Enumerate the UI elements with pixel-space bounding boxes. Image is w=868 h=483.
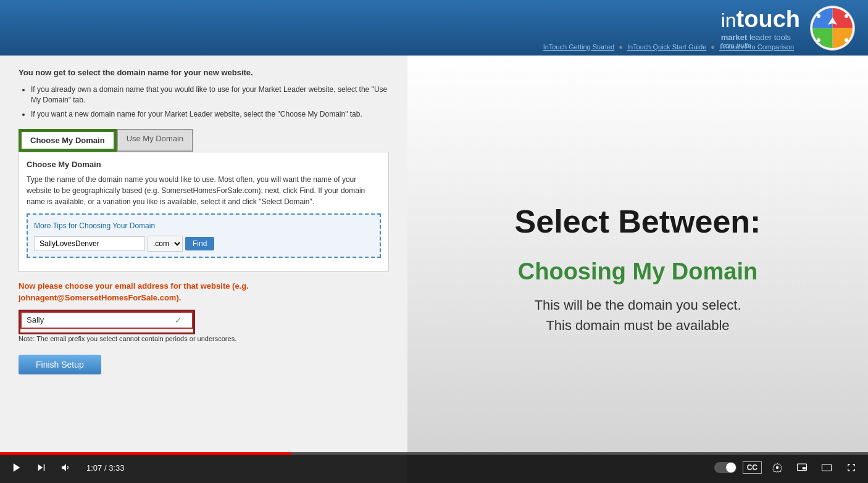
find-domain-button[interactable]: Find [185,237,214,250]
email-note: Note: The email prefix you select cannot… [19,334,389,344]
logo-in: in [721,9,737,31]
settings-icon [772,462,783,473]
play-icon [11,462,22,473]
progress-bar-container[interactable] [0,452,868,455]
video-container: You now get to select the domain name fo… [0,56,868,483]
tabs-container: Choose My Domain Use My Domain [19,129,389,152]
miniplayer-button[interactable] [793,460,811,476]
tab-choose-my-domain[interactable]: Choose My Domain [20,131,115,150]
volume-icon [61,462,72,473]
sep1: ● [619,43,623,51]
svg-point-4 [817,14,820,18]
theater-button[interactable] [817,460,836,476]
email-check-icon: ✓ [175,315,182,325]
circle-logo-icon [809,5,856,51]
settings-button[interactable] [768,460,787,476]
bullet-list: If you already own a domain name that yo… [31,85,389,119]
domain-panel: Choose My Domain Type the name of the do… [19,152,389,272]
getting-started-link[interactable]: InTouch Getting Started [543,43,615,51]
intro-text: You now get to select the domain name fo… [19,68,389,77]
svg-rect-11 [803,467,806,469]
email-prefix-input[interactable] [27,315,175,324]
header-links: InTouch Getting Started ● InTouch Quick … [543,43,794,51]
bullet-item-1: If you already own a domain name that yo… [31,85,389,105]
svg-marker-8 [62,464,66,471]
progress-bar-fill [0,452,291,455]
svg-rect-12 [822,464,832,471]
video-left-panel: You now get to select the domain name fo… [0,56,407,483]
video-right-panel: Select Between: Choosing My Domain This … [407,56,868,483]
svg-marker-5 [14,463,20,472]
controls-right: CC [714,460,861,476]
svg-rect-7 [44,464,45,471]
tips-link[interactable]: More Tips for Choosing Your Domain [34,221,155,230]
desc-line2: This domain must be available [546,318,729,333]
cc-button[interactable]: CC [743,461,762,474]
tips-box: More Tips for Choosing Your Domain .com … [27,213,381,258]
select-between-title: Select Between: [515,203,761,240]
fullscreen-button[interactable] [842,460,861,476]
play-button[interactable] [7,460,26,476]
email-section: Now please choose your email address for… [19,281,389,374]
domain-input-row: .com .net .org Find [34,236,373,252]
svg-point-1 [845,14,848,18]
logo-name: intouch [721,6,800,33]
tab-use-my-domain[interactable]: Use My Domain [117,129,193,152]
domain-panel-desc: Type the name of the domain name you wou… [27,174,381,207]
sep2: ● [711,43,715,51]
logo-leader: leader [747,33,772,42]
logo-subtitle: market leader tools [721,33,800,42]
time-display: 1:07 / 3:33 [86,463,124,473]
header: InTouch Getting Started ● InTouch Quick … [0,0,868,56]
logo-tools: tools [772,33,791,42]
volume-button[interactable] [57,460,75,476]
desc-line1: This will be the domain you select. [534,297,741,313]
choosing-my-domain-title: Choosing My Domain [518,258,757,285]
miniplayer-icon [796,462,807,473]
skip-next-icon [36,462,47,473]
pro-comparison-link[interactable]: InTouch Pro Comparison [719,43,794,51]
email-label: Now please choose your email address for… [19,281,389,303]
svg-marker-6 [38,464,43,471]
domain-panel-title: Choose My Domain [27,160,381,169]
svg-point-3 [817,38,820,42]
svg-point-9 [776,466,779,469]
domain-name-input[interactable] [34,236,145,251]
screenshot-content: You now get to select the domain name fo… [0,56,407,483]
autoplay-toggle[interactable] [714,462,737,473]
svg-point-2 [845,38,848,42]
email-input-highlight: ✓ [19,310,195,334]
theater-icon [821,462,832,473]
quick-start-link[interactable]: InTouch Quick Start Guide [627,43,706,51]
logo-market: market [721,33,748,42]
logo-touch: touch [737,6,800,32]
bullet-item-2: If you want a new domain name for your M… [31,109,389,120]
selecting-description: This will be the domain you select. This… [534,295,741,336]
fullscreen-icon [846,462,857,473]
finish-setup-button[interactable]: Finish Setup [19,355,101,374]
email-input-wrapper: ✓ [20,312,193,329]
domain-extension-select[interactable]: .com .net .org [148,236,183,252]
video-controls-bar: 1:07 / 3:33 CC [0,452,868,483]
tab-choose-highlight: Choose My Domain [19,129,117,152]
skip-next-button[interactable] [32,460,51,476]
autoplay-toggle-area [714,462,737,473]
